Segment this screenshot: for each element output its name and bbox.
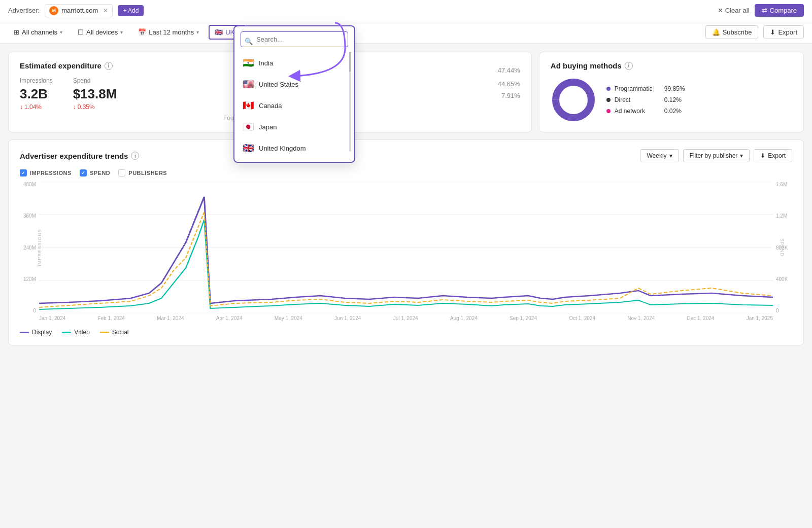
legend-video: Video — [62, 329, 89, 336]
legend-display: Display — [20, 329, 52, 336]
export-trend-button[interactable]: ⬇ Export — [754, 149, 792, 162]
spend-change: 0.35% — [73, 103, 117, 111]
all-channels-filter[interactable]: ⊞ All channels ▾ — [8, 25, 68, 39]
legend-row-ad-network: Ad network 0.02% — [606, 108, 685, 115]
us-flag-icon: 🇺🇸 — [243, 79, 254, 90]
ad-buying-title: Ad buying methods i — [551, 61, 792, 70]
advertiser-logo: M — [49, 6, 58, 15]
impressions-value: 3.2B — [20, 86, 53, 102]
chevron-down-icon: ▾ — [60, 29, 62, 35]
header-bar: Advertiser: M marriott.com ✕ + Add ✕ Cle… — [0, 0, 812, 21]
dropdown-search-wrap: 🔍 — [234, 31, 354, 52]
display-line-icon — [20, 332, 29, 333]
right-actions: 🔔 Subscribe ⬇ Export — [705, 25, 804, 39]
country-search-input[interactable] — [241, 31, 348, 47]
dropdown-scrollbar[interactable] — [349, 52, 351, 152]
subscribe-button[interactable]: 🔔 Subscribe — [705, 25, 759, 39]
country-item-japan[interactable]: 🇯🇵 Japan — [234, 116, 354, 137]
country-item-us[interactable]: 🇺🇸 United States — [234, 74, 354, 95]
info-icon: i — [105, 62, 113, 70]
impressions-label: Impressions — [20, 77, 53, 84]
advertiser-tag: M marriott.com ✕ — [45, 4, 113, 17]
canada-flag-icon: 🇨🇦 — [243, 100, 254, 111]
search-icon: 🔍 — [245, 38, 253, 45]
scrollbar-thumb — [349, 52, 351, 72]
chart-area: 480M 360M 240M 120M 0 IMPRESSIONS — [20, 182, 792, 324]
trends-actions: Weekly ▾ Filter by publisher ▾ ⬇ Export — [640, 149, 792, 162]
donut-chart — [551, 77, 596, 123]
info-icon: i — [625, 62, 633, 70]
all-devices-filter[interactable]: ☐ All devices ▾ — [72, 25, 128, 39]
compare-button[interactable]: ⇄ Compare — [755, 4, 804, 17]
clear-all-button[interactable]: ✕ Clear all — [718, 7, 750, 14]
arrow-down-icon — [20, 103, 23, 111]
japan-flag-icon: 🇯🇵 — [243, 121, 254, 132]
close-icon: ✕ — [718, 7, 723, 14]
direct-dot — [606, 98, 611, 102]
x-axis: Jan 1, 2024 Feb 1, 2024 Mar 1, 2024 Apr … — [20, 313, 792, 321]
spend-metric: Spend $13.8M 0.35% — [73, 77, 117, 111]
social-line-icon — [100, 332, 109, 333]
channels-icon: ⊞ — [14, 28, 19, 36]
uk-flag-icon: 🇬🇧 — [243, 143, 254, 154]
chevron-down-icon: ▾ — [669, 152, 672, 159]
cards-row: Estimated expenditure i Impressions 3.2B… — [8, 52, 804, 132]
programmatic-dot — [606, 87, 611, 91]
trends-header: Advertiser expenditure trends i Weekly ▾… — [20, 149, 792, 162]
spend-checkbox[interactable]: ✓ — [80, 169, 87, 177]
y-label-400k: 400K — [776, 276, 792, 282]
publishers-checkbox[interactable] — [118, 169, 125, 177]
trends-section: Advertiser expenditure trends i Weekly ▾… — [8, 139, 804, 345]
toggle-spend[interactable]: ✓ SPEND — [80, 169, 110, 177]
calendar-icon: 📅 — [138, 28, 146, 36]
toggle-impressions[interactable]: ✓ IMPRESSIONS — [20, 169, 72, 177]
export-button[interactable]: ⬇ Export — [763, 25, 804, 39]
add-button[interactable]: + Add — [118, 5, 144, 16]
india-flag-icon: 🇮🇳 — [243, 57, 254, 68]
ad-network-dot — [606, 109, 611, 113]
y-label-480m: 480M — [20, 182, 36, 187]
arrow-down-icon — [73, 103, 76, 111]
buying-content: Programmatic 99.85% Direct 0.12% Ad netw… — [551, 77, 792, 123]
chevron-down-icon: ▾ — [196, 29, 199, 35]
y-axis-impressions-label: IMPRESSIONS — [37, 229, 42, 266]
chart-svg — [39, 182, 773, 313]
chart-legend: Display Video Social — [20, 329, 792, 336]
country-item-uk[interactable]: 🇬🇧 United Kingdom — [234, 137, 354, 159]
date-range-filter[interactable]: 📅 Last 12 months ▾ — [132, 25, 205, 39]
country-list: 🇮🇳 India 🇺🇸 United States 🇨🇦 Canada 🇯🇵 J… — [234, 52, 354, 159]
y-label-120m: 120M — [20, 276, 36, 282]
toggle-publishers[interactable]: PUBLISHERS — [118, 169, 167, 177]
filter-publisher-button[interactable]: Filter by publisher ▾ — [683, 149, 750, 162]
advertiser-name: marriott.com — [61, 7, 98, 14]
country-dropdown: 🔍 🇮🇳 India 🇺🇸 United States 🇨🇦 Canada 🇯🇵… — [233, 25, 355, 163]
video-line-icon — [62, 332, 71, 333]
legend-social: Social — [100, 329, 129, 336]
devices-icon: ☐ — [78, 28, 84, 36]
impressions-checkbox[interactable]: ✓ — [20, 169, 27, 177]
legend-row-direct: Direct 0.12% — [606, 96, 685, 103]
buying-legend: Programmatic 99.85% Direct 0.12% Ad netw… — [606, 85, 685, 115]
download-icon: ⬇ — [760, 152, 765, 159]
uk-flag-icon: 🇬🇧 — [215, 28, 223, 36]
close-advertiser-icon[interactable]: ✕ — [103, 7, 108, 14]
compare-icon: ⇄ — [762, 7, 767, 14]
country-item-canada[interactable]: 🇨🇦 Canada — [234, 95, 354, 116]
trends-title: Advertiser expenditure trends i — [20, 152, 139, 160]
chevron-down-icon: ▾ — [120, 29, 123, 35]
impressions-metric: Impressions 3.2B 1.04% — [20, 77, 53, 111]
advertiser-label: Advertiser: — [8, 7, 40, 14]
toggles-row: ✓ IMPRESSIONS ✓ SPEND PUBLISHERS — [20, 169, 792, 177]
info-icon: i — [131, 152, 139, 160]
filter-bar: ⊞ All channels ▾ ☐ All devices ▾ 📅 Last … — [0, 21, 812, 44]
weekly-button[interactable]: Weekly ▾ — [640, 149, 679, 162]
spend-label: Spend — [73, 77, 117, 84]
country-item-india[interactable]: 🇮🇳 India — [234, 52, 354, 74]
ad-buying-card: Ad buying methods i Programmatic 99.85% — [539, 52, 804, 132]
chevron-down-icon: ▾ — [740, 152, 743, 159]
y-label-1.6m: 1.6M — [776, 182, 792, 187]
y-label-1.2m: 1.2M — [776, 213, 792, 219]
y-axis-spend-label: SPEND — [780, 238, 785, 257]
y-label-240m: 240M — [20, 245, 36, 251]
main-content: Estimated expenditure i Impressions 3.2B… — [0, 44, 812, 354]
